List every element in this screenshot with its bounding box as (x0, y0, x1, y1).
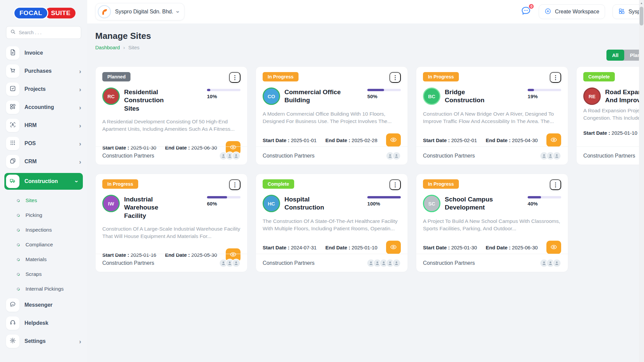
workspace-grid-icon (618, 8, 625, 16)
plus-circle-icon (544, 8, 551, 16)
end-date: End Date : 2025-01-10 (325, 245, 377, 250)
chevron-down-icon: › (175, 11, 181, 13)
sidebar-item-pos[interactable]: POS › (6, 137, 81, 150)
kebab-icon: ⋮ (553, 74, 558, 81)
site-description: A Modern Commercial Office Building With… (263, 110, 401, 125)
status-filter-bar: AllPlannedIn ProgressComplete (606, 50, 644, 61)
sidebar-item-accounting[interactable]: Accounting › (6, 101, 81, 114)
scrollbar-thumb[interactable] (640, 7, 643, 25)
sidebar-item-purchases[interactable]: Purchases › (6, 64, 81, 78)
kebab-icon: ⋮ (232, 74, 238, 81)
card-menu-button[interactable]: ⋮ (389, 179, 401, 190)
create-workspace-button[interactable]: Create Workspace (539, 4, 605, 19)
progress-fill (207, 89, 210, 91)
kebab-icon: ⋮ (392, 181, 398, 188)
view-site-button[interactable] (546, 241, 561, 254)
progress-percent: 19% (528, 94, 561, 99)
app-logo: FOCAL SUITE (13, 7, 81, 19)
sidebar-item-crm[interactable]: CRM › (6, 155, 81, 168)
site-avatar: RC (102, 87, 120, 105)
chevron-right-icon: › (79, 159, 81, 165)
partner-avatar (232, 259, 240, 267)
chevron-right-icon: › (79, 104, 81, 111)
search-input[interactable] (19, 30, 79, 35)
sidebar-item-settings[interactable]: Settings › (6, 335, 81, 348)
progress-track (207, 196, 240, 198)
sidebar-subitem-scraps[interactable]: Scraps (6, 267, 81, 282)
chevron-right-icon: › (79, 86, 81, 93)
eye-icon (550, 136, 557, 144)
partner-avatars (540, 259, 561, 267)
card-menu-button[interactable]: ⋮ (229, 72, 240, 83)
kebab-icon: ⋮ (553, 181, 558, 188)
view-site-button[interactable] (546, 133, 561, 147)
partners-label: Construction Partners (423, 153, 475, 159)
progress-fill (367, 196, 401, 198)
sidebar-subitem-compliance[interactable]: Compliance (6, 237, 81, 252)
company-name: Syspro Digital Sdn. Bhd. (115, 9, 173, 15)
progress-percent: 50% (367, 94, 401, 99)
progress-fill (528, 196, 541, 198)
eye-icon (390, 136, 397, 144)
progress-percent: 10% (207, 94, 240, 99)
status-badge: In Progress (263, 72, 299, 81)
partner-avatars (219, 259, 240, 267)
logo-suite: SUITE (45, 8, 75, 18)
chat-icon (521, 12, 531, 17)
site-title: Industrial Warehouse Facility (124, 195, 180, 220)
status-badge: Complete (583, 72, 615, 81)
progress-block: 100% (367, 196, 401, 212)
progress-track (367, 89, 401, 91)
status-badge: Planned (102, 72, 130, 81)
sidebar-search[interactable] (6, 26, 81, 39)
site-avatar: BC (423, 87, 440, 105)
status-badge: Complete (263, 179, 294, 189)
site-description: Construction Of A Large-Scale Industrial… (102, 225, 240, 240)
breadcrumb-dashboard[interactable]: Dashboard (95, 45, 120, 50)
chevron-right-icon: › (73, 180, 80, 182)
view-site-button[interactable] (386, 133, 401, 147)
card-menu-button[interactable]: ⋮ (550, 179, 561, 190)
site-avatar: SC (423, 195, 440, 212)
bullet-icon (16, 272, 20, 277)
sidebar-subitem-materials[interactable]: Materials (6, 252, 81, 267)
bullet-icon (16, 213, 20, 218)
progress-fill (207, 196, 227, 198)
company-selector[interactable]: Syspro Digital Sdn. Bhd. › (95, 3, 184, 20)
sidebar-item-messenger[interactable]: Messenger (6, 298, 81, 312)
sidebar-item-helpdesk[interactable]: Helpdesk (6, 316, 81, 330)
card-menu-button[interactable]: ⋮ (550, 72, 561, 83)
chevron-right-icon: › (79, 140, 81, 147)
sidebar-subitem-inspections[interactable]: Inspections (6, 223, 81, 237)
chat-button[interactable]: 0 (521, 6, 531, 18)
bullet-icon (16, 243, 20, 247)
partner-avatars (219, 152, 240, 160)
view-site-button[interactable] (386, 241, 401, 254)
bullet-icon (16, 198, 20, 203)
topbar: Syspro Digital Sdn. Bhd. › 0 Create Work… (87, 0, 644, 23)
card-menu-button[interactable]: ⋮ (389, 72, 401, 83)
sidebar-item-projects[interactable]: Projects › (6, 82, 81, 96)
bullet-icon (16, 257, 20, 262)
sidebar-subitem-picking[interactable]: Picking (6, 208, 81, 223)
partner-avatar (552, 259, 561, 267)
company-logo-icon (98, 5, 111, 18)
sidebar: FOCAL SUITE Invoice Purchases › Projects… (0, 0, 87, 362)
progress-fill (528, 89, 534, 91)
page-scrollbar[interactable]: ▲ (639, 0, 644, 362)
card-menu-button[interactable]: ⋮ (229, 179, 240, 190)
search-icon (10, 29, 16, 36)
progress-block: 19% (528, 89, 561, 105)
sidebar-subitem-internal-pickings[interactable]: Internal Pickings (6, 282, 81, 296)
sidebar-subitem-sites[interactable]: Sites (6, 193, 81, 208)
sidebar-item-hrm[interactable]: HRM › (6, 119, 81, 132)
filter-button-all[interactable]: All (606, 50, 624, 61)
progress-block: 50% (367, 89, 401, 105)
site-description: A Residential Development Consisting Of … (102, 118, 240, 133)
scroll-up-arrow-icon[interactable]: ▲ (639, 0, 644, 5)
sidebar-item-construction[interactable]: Construction › (4, 173, 83, 190)
site-card: In Progress ⋮ SC School Campus Developme… (416, 174, 568, 272)
partners-label: Construction Partners (423, 260, 475, 266)
create-workspace-label: Create Workspace (555, 9, 599, 15)
sidebar-item-invoice[interactable]: Invoice (6, 46, 81, 60)
